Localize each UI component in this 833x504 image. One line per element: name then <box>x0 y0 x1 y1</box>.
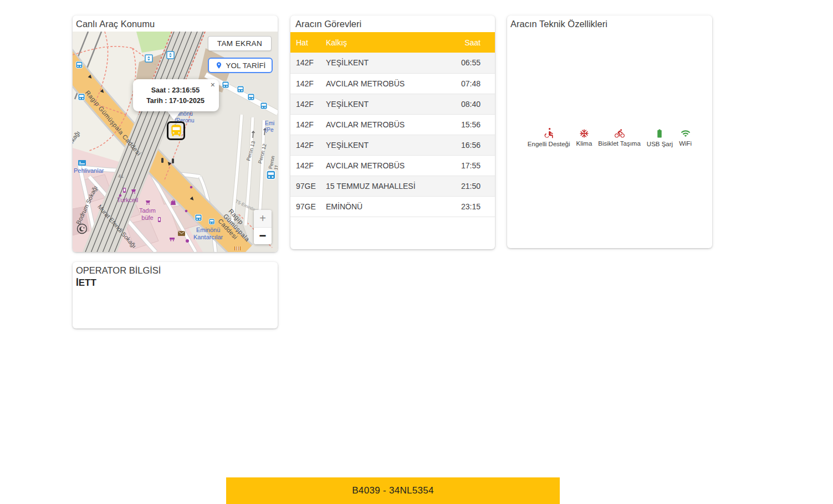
feature-usb: USB Şarj <box>647 128 673 147</box>
feature-label: Bisiklet Taşıma <box>598 140 640 147</box>
task-cell: 08:40 <box>444 94 495 114</box>
feature-label: Klima <box>576 140 592 147</box>
task-row: 97GE15 TEMMUZ MAHALLESİ21:50 <box>290 176 495 196</box>
tasks-title: Aracın Görevleri <box>290 16 495 32</box>
vehicle-tooltip: Saat : 23:16:55 Tarih : 17-10-2025 × <box>133 79 219 111</box>
feature-label: Engelli Desteği <box>528 141 570 147</box>
feature-label: USB Şarj <box>647 141 673 147</box>
task-cell: YEŞİLKENT <box>326 94 444 114</box>
live-location-card: Canlı Araç Konumu <box>73 16 278 252</box>
directions-button-label: YOL TARİFİ <box>226 61 266 70</box>
close-icon[interactable]: × <box>211 81 215 89</box>
feature-wheelchair: Engelli Desteği <box>528 128 570 147</box>
task-cell: 21:50 <box>444 176 495 196</box>
operator-card: OPERATOR BİLGİSİ İETT <box>73 262 278 328</box>
wheelchair-icon <box>543 128 554 139</box>
tasks-col-saat: Saat <box>444 32 495 53</box>
task-cell: 142F <box>290 73 326 94</box>
zoom-in-button[interactable]: + <box>254 210 272 227</box>
mail-icon <box>178 231 185 236</box>
task-cell: 142F <box>290 135 326 155</box>
hotel-icon <box>78 160 86 166</box>
operator-title: OPERATOR BİLGİSİ <box>73 262 278 277</box>
tooltip-time: Saat : 23:16:55 <box>140 85 211 96</box>
bicycle-icon <box>614 128 626 138</box>
task-cell: 17:55 <box>444 155 495 176</box>
task-row: 142FYEŞİLKENT06:55 <box>290 53 495 73</box>
feature-label: WiFi <box>679 140 692 147</box>
zoom-out-button[interactable]: − <box>254 227 272 244</box>
tasks-col-kalkis: Kalkış <box>326 32 444 53</box>
battery-icon <box>655 128 665 139</box>
feature-wifi: WiFi <box>679 128 692 147</box>
location-pin-icon <box>215 61 223 69</box>
task-cell: YEŞİLKENT <box>326 53 444 73</box>
tasks-card: Aracın Görevleri Hat Kalkış Saat 142FYEŞ… <box>290 16 495 249</box>
task-cell: 16:56 <box>444 135 495 155</box>
task-cell: AVCILAR METROBÜS <box>326 155 444 176</box>
tech-title: Aracın Teknik Özellikleri <box>507 16 712 32</box>
vehicle-marker[interactable] <box>167 121 185 140</box>
directions-button[interactable]: YOL TARİFİ <box>208 58 273 73</box>
fullscreen-button[interactable]: TAM EKRAN <box>208 36 272 51</box>
vehicle-plate-bar: B4039 - 34NL5354 <box>226 477 560 504</box>
task-row: 142FYEŞİLKENT08:40 <box>290 94 495 114</box>
tasks-table: Hat Kalkış Saat 142FYEŞİLKENT06:55142FAV… <box>290 32 495 217</box>
task-cell: AVCILAR METROBÜS <box>326 73 444 94</box>
task-row: 142FAVCILAR METROBÜS17:55 <box>290 155 495 176</box>
task-cell: 97GE <box>290 196 326 217</box>
tasks-header-row: Hat Kalkış Saat <box>290 32 495 53</box>
snowflake-icon <box>579 128 589 138</box>
task-cell: 07:48 <box>444 73 495 94</box>
feature-bisiklet: Bisiklet Taşıma <box>598 128 640 147</box>
task-cell: 97GE <box>290 176 326 196</box>
shop-awning-icon <box>234 246 241 250</box>
bus-icon <box>169 124 183 138</box>
task-row: 142FYEŞİLKENT16:56 <box>290 135 495 155</box>
task-cell: EMİNÖNÜ <box>326 196 444 217</box>
task-cell: AVCILAR METROBÜS <box>326 114 444 135</box>
task-cell: 15:56 <box>444 114 495 135</box>
wifi-icon <box>680 128 691 138</box>
map-zoom-control: + − <box>254 210 272 244</box>
task-row: 142FAVCILAR METROBÜS07:48 <box>290 73 495 94</box>
vehicle-plate-label: B4039 - 34NL5354 <box>352 485 434 496</box>
live-location-title: Canlı Araç Konumu <box>73 16 278 32</box>
tech-card: Aracın Teknik Özellikleri Engelli Desteğ… <box>507 16 712 248</box>
task-cell: 06:55 <box>444 53 495 73</box>
feature-list: Engelli Desteği Klima Bisiklet Taşıma US… <box>507 32 712 248</box>
task-cell: 23:15 <box>444 196 495 217</box>
task-cell: 15 TEMMUZ MAHALLESİ <box>326 176 444 196</box>
map[interactable]: Ragıp Gümüşpala Caddesi Ragıp Gümüşpala … <box>73 32 278 252</box>
tasks-col-hat: Hat <box>290 32 326 53</box>
tooltip-date: Tarih : 17-10-2025 <box>140 96 211 106</box>
task-cell: 142F <box>290 155 326 176</box>
task-cell: YEŞİLKENT <box>326 135 444 155</box>
task-row: 142FAVCILAR METROBÜS15:56 <box>290 114 495 135</box>
feature-klima: Klima <box>576 128 592 147</box>
task-row: 97GEEMİNÖNÜ23:15 <box>290 196 495 217</box>
task-cell: 142F <box>290 94 326 114</box>
operator-name: İETT <box>73 277 278 289</box>
task-cell: 142F <box>290 53 326 73</box>
task-cell: 142F <box>290 114 326 135</box>
